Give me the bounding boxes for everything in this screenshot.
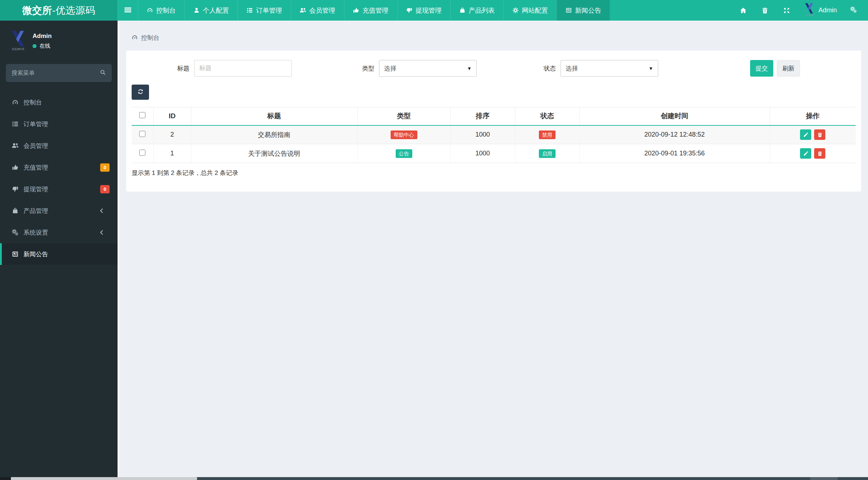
type-badge: 公告 xyxy=(396,149,412,158)
trash-button[interactable] xyxy=(754,0,776,21)
topnav-item-members[interactable]: 会员管理 xyxy=(291,0,344,21)
sidebar-item-system-settings[interactable]: 系统设置 xyxy=(0,222,118,243)
home-button[interactable] xyxy=(732,0,754,21)
sidebar-search xyxy=(6,64,112,82)
sidebar-search-button[interactable] xyxy=(96,67,110,80)
sidebar-item-withdraw[interactable]: 提现管理0 xyxy=(0,178,118,200)
gauge-icon xyxy=(132,34,138,40)
thumb-down-icon xyxy=(406,7,412,13)
gauge-icon xyxy=(147,7,153,13)
topnav-item-label: 新闻公告 xyxy=(575,6,601,15)
brand-logo[interactable]: 微交所-优选源码 xyxy=(0,0,118,21)
chevron-left-icon xyxy=(98,207,110,214)
table-row: 2交易所指南帮助中心1000禁用2020-09-12 12:48:52 xyxy=(132,125,856,144)
sidebar-item-label: 订单管理 xyxy=(24,120,110,128)
topnav-item-label: 控制台 xyxy=(156,6,176,15)
table-reload-button[interactable] xyxy=(132,85,149,100)
delete-button[interactable] xyxy=(814,148,825,159)
topnav-item-recharge[interactable]: 充值管理 xyxy=(344,0,397,21)
row-id-cell: 1 xyxy=(153,144,191,163)
topnav-item-products[interactable]: 产品列表 xyxy=(450,0,503,21)
topnav-item-profile[interactable]: 个人配置 xyxy=(184,0,238,21)
topnav-item-label: 个人配置 xyxy=(203,6,229,15)
table-header-cell: 类型 xyxy=(357,107,450,125)
row-checkbox[interactable] xyxy=(139,150,145,156)
row-status-cell: 禁用 xyxy=(515,125,579,144)
topnav-item-label: 订单管理 xyxy=(256,6,282,15)
bag-icon xyxy=(459,7,465,13)
pencil-icon xyxy=(803,151,808,156)
title-filter-input[interactable] xyxy=(194,60,292,77)
users-icon xyxy=(12,142,18,149)
chevron-left-icon xyxy=(98,207,105,214)
submit-button[interactable]: 提交 xyxy=(750,60,773,77)
status-badge: 禁用 xyxy=(539,130,556,139)
sidebar-item-recharge[interactable]: 充值管理0 xyxy=(0,157,118,178)
row-type-cell: 帮助中心 xyxy=(357,125,450,144)
sidebar-badge: 0 xyxy=(100,163,110,172)
row-checkbox[interactable] xyxy=(139,131,145,137)
sidebar-item-products[interactable]: 产品管理 xyxy=(0,200,118,222)
sidebar-item-label: 产品管理 xyxy=(24,207,98,215)
table-header-cell: 状态 xyxy=(515,107,579,125)
topnav-item-label: 网站配置 xyxy=(522,6,548,15)
chevron-left-icon xyxy=(98,229,105,236)
sidebar-item-orders[interactable]: 订单管理 xyxy=(0,113,118,135)
user-logo: 优选源码库 xyxy=(803,2,815,18)
trash-icon xyxy=(762,7,768,14)
brand-x-logo-icon: 优选源码库 xyxy=(803,2,815,17)
bag-icon xyxy=(12,207,18,214)
sidebar-item-label: 充值管理 xyxy=(24,163,100,172)
sidebar-toggle-button[interactable] xyxy=(118,0,138,21)
type-select[interactable]: 选择 ▼ xyxy=(379,60,477,77)
navbar-user-menu[interactable]: 优选源码库 Admin xyxy=(797,0,843,21)
row-actions-cell xyxy=(770,144,856,163)
row-id-cell: 2 xyxy=(153,125,191,144)
cogs-icon xyxy=(12,229,18,236)
list-ol-icon xyxy=(247,7,253,13)
expand-icon xyxy=(783,7,790,14)
trash-icon xyxy=(817,151,822,156)
sidebar-search-input[interactable] xyxy=(12,70,96,76)
topnav-item-dashboard[interactable]: 控制台 xyxy=(138,0,184,21)
horizontal-scrollbar[interactable] xyxy=(0,477,868,480)
filter-toolbar: 标题 类型 选择 ▼ 状态 选择 ▼ 提交 刷新 xyxy=(132,60,856,77)
status-select[interactable]: 选择 ▼ xyxy=(561,60,658,77)
row-title-cell: 交易所指南 xyxy=(191,125,357,144)
sidebar-item-dashboard[interactable]: 控制台 xyxy=(0,91,118,113)
scrollbar-thumb[interactable] xyxy=(11,477,197,480)
settings-cogs-button[interactable] xyxy=(843,0,864,21)
fullscreen-button[interactable] xyxy=(776,0,797,21)
thumb-down-icon xyxy=(12,186,18,192)
type-badge: 帮助中心 xyxy=(391,130,417,139)
edit-button[interactable] xyxy=(800,148,811,159)
svg-text:优选源码库: 优选源码库 xyxy=(12,48,25,51)
topnav-item-news[interactable]: 新闻公告 xyxy=(557,0,610,21)
sidebar-menu: 控制台订单管理会员管理充值管理0提现管理0产品管理系统设置新闻公告 xyxy=(0,91,118,265)
trash-icon xyxy=(817,132,822,137)
avatar: 优选源码库 xyxy=(9,29,27,52)
delete-button[interactable] xyxy=(814,129,825,140)
topnav-item-orders[interactable]: 订单管理 xyxy=(238,0,291,21)
select-all-checkbox[interactable] xyxy=(139,112,145,118)
newspaper-icon xyxy=(566,7,572,13)
topnav-item-site-config[interactable]: 网站配置 xyxy=(503,0,557,21)
row-type-cell: 公告 xyxy=(357,144,450,163)
breadcrumb[interactable]: 控制台 xyxy=(132,34,868,42)
row-sort-cell: 1000 xyxy=(450,125,515,144)
topnav-item-label: 提现管理 xyxy=(416,6,442,15)
refresh-button[interactable]: 刷新 xyxy=(777,60,800,77)
sidebar-item-members[interactable]: 会员管理 xyxy=(0,135,118,157)
row-sort-cell: 1000 xyxy=(450,144,515,163)
edit-button[interactable] xyxy=(800,129,811,140)
sidebar-item-label: 系统设置 xyxy=(24,228,98,237)
sidebar-item-news[interactable]: 新闻公告 xyxy=(0,243,118,265)
row-created-cell: 2020-09-12 12:48:52 xyxy=(579,125,770,144)
gear-icon xyxy=(512,7,519,13)
caret-down-icon: ▼ xyxy=(467,66,472,71)
topnav-item-withdraw[interactable]: 提现管理 xyxy=(397,0,450,21)
cogs-icon xyxy=(850,7,857,13)
scrollbar-segment xyxy=(810,477,838,480)
row-checkbox-cell xyxy=(132,144,153,163)
row-checkbox-cell xyxy=(132,125,153,144)
